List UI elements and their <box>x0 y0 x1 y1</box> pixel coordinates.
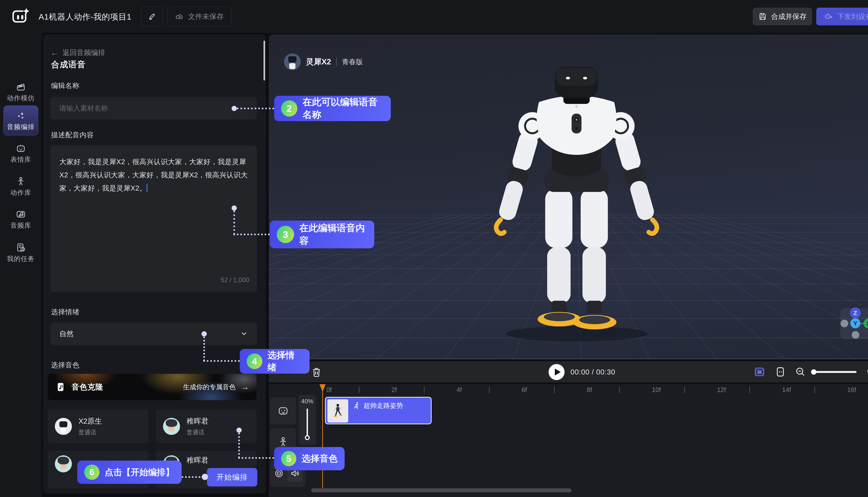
connector-line <box>203 337 205 361</box>
timeline-area[interactable]: 0f 2f 4f 6f 8f 10f 12f 14f 16f <box>269 384 868 497</box>
voice-clone-title: 音色克隆 <box>71 382 103 392</box>
step-number-badge: 4 <box>247 354 262 369</box>
ruler-label: 12f <box>717 386 726 394</box>
callout-step-2: 2 在此可以编辑语音名称 <box>274 96 391 121</box>
gizmo-z-handle[interactable]: Z <box>850 308 861 318</box>
timeline-zoom-slider[interactable] <box>812 371 856 373</box>
synthesize-voice-panel: ← 返回音频编排 合成语音 编辑名称 描述配音内容 大家好，我是灵犀X2，很高兴… <box>43 34 266 494</box>
voice-card-x2[interactable]: X2原生 普通话 <box>48 410 149 443</box>
expression-track-icon <box>277 405 289 417</box>
callout-step-6: 6 点击【开始编排】 <box>77 460 182 484</box>
fit-view-icon[interactable] <box>774 366 786 378</box>
voice-card-zhihuijun[interactable]: 稚晖君 普通话 <box>156 410 256 443</box>
emotion-select[interactable]: 自然 <box>50 323 257 345</box>
gizmo-y-handle[interactable]: Y <box>850 318 860 328</box>
robot-viewport[interactable]: 灵犀X2 青春版 Z Y X <box>269 34 868 359</box>
emotion-value: 自然 <box>59 329 74 339</box>
sidebar-item-expression-library[interactable]: 表情库 <box>0 143 42 164</box>
file-status-label: 文件未保存 <box>188 12 224 22</box>
step-number-badge: 2 <box>281 100 297 117</box>
ruler-label: 16f <box>847 386 856 394</box>
gizmo-neg-z-handle[interactable] <box>852 331 859 339</box>
arrow-right-icon: → <box>241 382 249 392</box>
playback-control-bar: 00:00 / 00:30 <box>269 361 868 382</box>
clip-label: 超帅走路姿势 <box>364 401 403 410</box>
sidebar: 动作模仿 音频编排 表情库 动作库 <box>0 33 42 497</box>
connector-line <box>233 211 235 235</box>
app-logo-icon <box>11 7 30 26</box>
ruler-tick <box>619 387 620 393</box>
ruler-label: 6f <box>522 386 527 394</box>
sidebar-item-motion-mimic[interactable]: 动作模仿 <box>0 82 42 102</box>
voice-avatar-person <box>55 455 72 472</box>
callout-step-3: 3 在此编辑语音内容 <box>270 221 374 248</box>
connector-dot <box>202 474 208 480</box>
sidebar-item-action-library[interactable]: 动作库 <box>0 176 42 197</box>
clapperboard-icon <box>16 82 26 92</box>
timeline-scrollbar[interactable] <box>311 488 572 492</box>
emotion-label: 选择情绪 <box>51 307 80 317</box>
char-counter: 52 / 1,000 <box>221 276 249 284</box>
voice-avatar-robot <box>55 418 72 435</box>
robot-render <box>269 34 868 359</box>
track-view-icon[interactable] <box>753 366 766 378</box>
ruler-tick <box>750 387 750 393</box>
gizmo-x-handle[interactable]: X <box>864 318 868 328</box>
sidebar-item-my-tasks[interactable]: 我的任务 <box>0 243 42 263</box>
callout-text: 在此可以编辑语音名称 <box>303 96 384 121</box>
voice-name: 稚晖君 <box>187 455 209 465</box>
step-number-badge: 5 <box>281 451 296 466</box>
sidebar-label: 音频编排 <box>0 123 42 131</box>
panel-title: 合成语音 <box>51 59 86 70</box>
zoom-out-icon[interactable] <box>794 366 807 378</box>
file-status-button[interactable]: 文件未保存 <box>167 6 232 26</box>
sidebar-label: 我的任务 <box>0 254 42 263</box>
timeline-clip-walk-pose[interactable]: 超帅走路姿势 <box>325 397 432 424</box>
start-arrange-button[interactable]: 开始编排 <box>207 468 257 486</box>
cloud-unsaved-icon <box>175 12 184 21</box>
back-arrow-icon: ← <box>50 48 59 57</box>
connector-line <box>182 476 204 478</box>
connector-dot <box>201 331 207 337</box>
expression-track-label[interactable] <box>270 397 296 425</box>
badge-divider <box>336 57 337 66</box>
connector-line <box>237 108 274 109</box>
ruler-tick <box>814 387 815 393</box>
panel-scrollbar[interactable] <box>264 41 265 81</box>
callout-text: 选择音色 <box>302 453 338 465</box>
voice-content-textarea[interactable]: 大家好，我是灵犀X2，很高兴认识大家，大家好，我是灵犀X2，很高兴认识大家，大家… <box>50 145 257 292</box>
volume-slider[interactable] <box>307 409 308 438</box>
save-button[interactable]: 合成并保存 <box>753 8 812 25</box>
axis-gizmo[interactable]: Z Y X <box>840 308 868 339</box>
save-icon <box>758 12 767 21</box>
save-button-label: 合成并保存 <box>771 12 807 22</box>
ruler-label: 8f <box>587 386 592 394</box>
track-volume-panel: 40% <box>298 395 316 445</box>
sidebar-item-audio-library[interactable]: 音频库 <box>0 209 42 230</box>
gizmo-neg-x-handle[interactable] <box>841 320 848 327</box>
clip-thumbnail <box>327 399 348 423</box>
voice-content-text: 大家好，我是灵犀X2，很高兴认识大家，大家好，我是灵犀X2，很高兴认识大家，大家… <box>59 158 248 192</box>
trash-icon[interactable] <box>310 366 323 378</box>
project-title: A1机器人动作-我的项目1 <box>39 12 131 23</box>
ruler-label: 14f <box>782 386 791 394</box>
material-name-input[interactable] <box>50 97 257 119</box>
ruler-label: 0f <box>326 386 332 394</box>
edit-title-button[interactable] <box>141 6 163 26</box>
zoom-in-icon[interactable] <box>866 366 868 378</box>
volume-slider-knob[interactable] <box>305 435 310 440</box>
connector-dot <box>232 106 237 111</box>
step-number-badge: 6 <box>84 465 99 480</box>
zoom-slider-knob[interactable] <box>811 369 816 375</box>
voice-clone-banner[interactable]: 音色克隆 生成你的专属音色 → <box>48 374 256 400</box>
playhead-line[interactable] <box>322 385 323 488</box>
person-icon <box>16 176 26 187</box>
deploy-button[interactable]: 下发到设备 <box>816 8 868 25</box>
play-button[interactable] <box>549 364 564 380</box>
sidebar-label: 动作库 <box>0 188 42 197</box>
robot-badge-avatar <box>284 54 301 70</box>
connector-line <box>203 360 240 362</box>
back-to-audio-arrange-link[interactable]: ← 返回音频编排 <box>50 48 105 57</box>
sidebar-item-audio-arrange[interactable]: 音频编排 <box>0 111 42 131</box>
callout-text: 在此编辑语音内容 <box>299 222 367 247</box>
